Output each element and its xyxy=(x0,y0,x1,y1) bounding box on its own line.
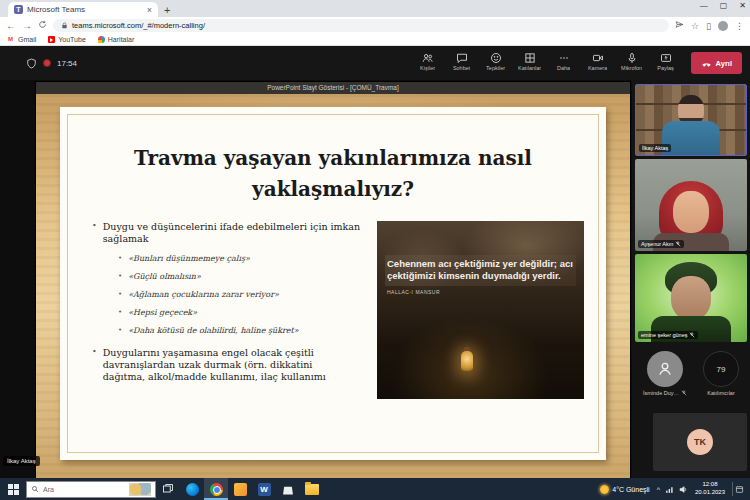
chat-icon xyxy=(456,52,468,64)
lantern-illustration xyxy=(461,351,473,371)
audio-participant-tile[interactable]: İsminde Duy… xyxy=(643,351,687,396)
meeting-timer: 17:54 xyxy=(57,59,77,68)
bookmark-maps[interactable]: Haritalar xyxy=(98,36,134,43)
bookmarks-bar: M Gmail YouTube Haritalar xyxy=(0,34,750,46)
powerpoint-titlebar: PowerPoint Slayt Gösterisi - [ÇOMÜ_Travm… xyxy=(36,82,630,94)
meeting-stage: PowerPoint Slayt Gösterisi - [ÇOMÜ_Travm… xyxy=(0,80,750,478)
slide-bullets: Duygu ve düşüncelerini ifade edebilmeler… xyxy=(78,221,367,399)
participant-count-label: Katılımcılar xyxy=(707,390,735,396)
url-field[interactable]: teams.microsoft.com/_#/modern-calling/ xyxy=(53,19,669,32)
self-initials-avatar: TK xyxy=(687,429,713,455)
mic-off-icon xyxy=(689,332,695,338)
quote-image: Cehennem acı çektiğimiz yer değildir; ac… xyxy=(377,221,584,399)
taskbar-search-input[interactable]: Ara xyxy=(26,481,156,498)
task-view-icon xyxy=(162,483,174,495)
shield-icon xyxy=(26,58,37,69)
refresh-icon[interactable] xyxy=(38,20,47,31)
window-close-button[interactable]: ✕ xyxy=(739,1,746,10)
back-button[interactable]: ← xyxy=(6,21,16,31)
control-mic[interactable]: Mikrofon xyxy=(617,52,647,71)
taskbar: Ara W 4°C Güneşli ^ 12:08 20.01.2023 xyxy=(0,478,750,500)
share-page-icon[interactable] xyxy=(675,20,684,31)
bookmark-youtube[interactable]: YouTube xyxy=(48,36,86,43)
overflow-count-tile[interactable]: 79 Katılımcılar xyxy=(703,351,739,396)
tray-expand-icon[interactable]: ^ xyxy=(657,486,660,493)
notification-icon xyxy=(735,485,744,494)
participant-video-1[interactable]: İlkay Aktaş xyxy=(635,84,747,156)
notification-center-button[interactable] xyxy=(732,482,746,496)
taskbar-chrome[interactable] xyxy=(204,478,228,500)
slide-title: Travma yaşayan yakınlarımıza nasıl yakla… xyxy=(78,143,588,205)
control-share[interactable]: Paylaş xyxy=(651,52,681,71)
window-minimize-button[interactable]: — xyxy=(700,1,708,10)
tab-close-icon[interactable]: × xyxy=(147,5,152,15)
sub-bullet-item: «Hepsi geçecek» xyxy=(118,308,367,317)
task-view-button[interactable] xyxy=(156,478,180,500)
new-tab-button[interactable]: + xyxy=(164,4,170,16)
control-reactions[interactable]: Tepkiler xyxy=(481,52,511,71)
forward-button[interactable]: → xyxy=(22,21,32,31)
taskbar-clock[interactable]: 12:08 20.01.2023 xyxy=(695,481,725,497)
participant-name-badge: İlkay Aktaş xyxy=(639,144,671,152)
network-icon[interactable] xyxy=(665,485,674,494)
people-icon xyxy=(422,52,434,64)
lock-icon xyxy=(61,22,68,29)
photos-icon xyxy=(234,483,247,496)
taskbar-weather[interactable]: 4°C Güneşli xyxy=(600,485,649,494)
slide-background: Travma yaşayan yakınlarımıza nasıl yakla… xyxy=(36,94,630,478)
taskbar-explorer[interactable] xyxy=(300,478,324,500)
recording-indicator-icon xyxy=(43,59,51,67)
meeting-toolbar: 17:54 Kişiler Sohbet Tepkiler Katılanlar… xyxy=(0,46,750,80)
mic-off-icon xyxy=(675,241,681,247)
slide: Travma yaşayan yakınlarımıza nasıl yakla… xyxy=(60,107,606,460)
presenter-name-badge: İlkay Aktaş xyxy=(3,456,40,466)
browser-tab-strip: T Microsoft Teams × + — ▢ ✕ xyxy=(0,0,750,17)
gmail-icon: M xyxy=(8,36,15,43)
mic-icon xyxy=(626,52,638,64)
sidebar-icon[interactable]: ▯ xyxy=(706,21,711,31)
share-screen-icon xyxy=(660,52,672,64)
taskbar-photos[interactable] xyxy=(228,478,252,500)
file-explorer-icon xyxy=(305,484,319,495)
participant-rail: İlkay Aktaş Ayşenur Akın emine şeker gün… xyxy=(632,80,750,478)
tab-title: Microsoft Teams xyxy=(27,5,143,14)
browser-tab[interactable]: T Microsoft Teams × xyxy=(8,2,158,17)
taskbar-edge[interactable] xyxy=(180,478,204,500)
sub-bullet-item: «Daha kötüsü de olabilirdi, haline şükre… xyxy=(118,326,367,335)
url-text: teams.microsoft.com/_#/modern-calling/ xyxy=(72,21,205,30)
self-video-tile[interactable]: TK xyxy=(653,413,747,471)
control-camera[interactable]: Kamera xyxy=(583,52,613,71)
system-tray: ^ xyxy=(657,485,688,494)
screen-share-area: PowerPoint Slayt Gösterisi - [ÇOMÜ_Travm… xyxy=(0,80,632,478)
window-maximize-button[interactable]: ▢ xyxy=(720,1,728,10)
word-icon: W xyxy=(258,483,271,496)
windows-logo-icon xyxy=(8,484,19,495)
leave-button[interactable]: Ayrıl xyxy=(691,52,742,74)
screen: T Microsoft Teams × + — ▢ ✕ ← → teams.mi… xyxy=(0,0,750,500)
browser-menu-icon[interactable]: ⋮ xyxy=(735,21,744,31)
audio-participant-label: İsminde Duy… xyxy=(643,390,687,396)
volume-icon[interactable] xyxy=(679,485,688,494)
sun-icon xyxy=(600,485,609,494)
control-people[interactable]: Kişiler xyxy=(413,52,443,71)
start-button[interactable] xyxy=(0,478,26,500)
control-chat[interactable]: Sohbet xyxy=(447,52,477,71)
slide-frame: Travma yaşayan yakınlarımıza nasıl yakla… xyxy=(67,114,599,453)
quote-text: Cehennem acı çektiğimiz yer değildir; ac… xyxy=(385,255,576,286)
participant-video-2[interactable]: Ayşenur Akın xyxy=(635,159,747,251)
youtube-icon xyxy=(48,36,55,43)
taskbar-store[interactable] xyxy=(276,478,300,500)
control-more[interactable]: Daha xyxy=(549,52,579,71)
bookmark-star-icon[interactable]: ☆ xyxy=(691,21,699,31)
quote-author: HALLAC-I MANSUR xyxy=(387,289,574,295)
sub-bullet-item: «Güçlü olmalısın» xyxy=(118,272,367,281)
taskbar-word[interactable]: W xyxy=(252,478,276,500)
hangup-phone-icon xyxy=(701,58,712,69)
more-dots-icon xyxy=(558,52,570,64)
maps-icon xyxy=(98,36,105,43)
control-participants[interactable]: Katılanlar xyxy=(515,52,545,71)
profile-avatar[interactable] xyxy=(718,21,728,31)
participant-video-3[interactable]: emine şeker güneş xyxy=(635,254,747,342)
powerpoint-window: PowerPoint Slayt Gösterisi - [ÇOMÜ_Travm… xyxy=(36,82,630,478)
bookmark-gmail[interactable]: M Gmail xyxy=(8,36,36,43)
